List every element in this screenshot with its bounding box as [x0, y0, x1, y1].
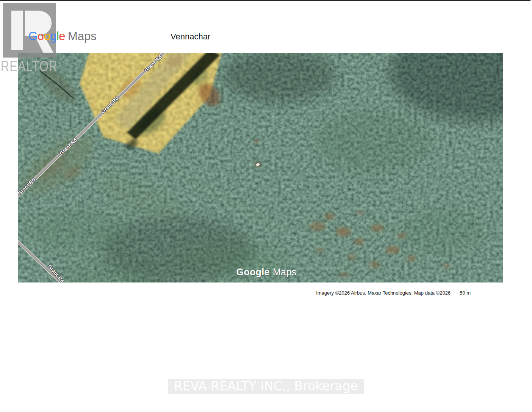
google-logo-letter: e	[59, 30, 65, 43]
scale-label: 50 m	[460, 290, 471, 296]
attribution-text: Imagery ©2026 Airbus, Maxar Technologies…	[316, 290, 451, 296]
divider-top	[18, 52, 514, 52]
registered-mark: ®	[58, 61, 61, 67]
google-maps-map-watermark: GoogleMaps	[236, 267, 296, 278]
google-logo-letter: o	[38, 30, 44, 43]
divider-bottom	[18, 301, 514, 301]
google-logo-letter: G	[28, 30, 38, 43]
small-building	[254, 162, 262, 167]
page-title: Vennachar	[171, 32, 210, 42]
realtor-word: REALTOR	[1, 58, 58, 74]
satellite-map[interactable]: Grant Rd Grant Rd Grant Rd Grant Rd Gran…	[18, 53, 503, 282]
google-maps-logo: GoogleMaps	[28, 30, 97, 43]
google-logo-letter: o	[44, 30, 50, 43]
page: Grant Rd Grant Rd Grant Rd Grant Rd Gran…	[0, 0, 532, 412]
google-watermark-word: Google	[236, 267, 270, 277]
satellite-imagery	[18, 53, 503, 282]
map-attribution: Imagery ©2026 Airbus, Maxar Technologies…	[316, 290, 471, 296]
window-edge	[0, 0, 530, 1]
realtor-watermark-text: REALTOR®	[1, 58, 61, 75]
maps-watermark-word: Maps	[273, 267, 297, 277]
google-logo-letter: g	[50, 30, 56, 43]
brokerage-watermark: REVA REALTY INC., Brokerage	[168, 379, 364, 394]
google-logo-maps-word: Maps	[68, 30, 97, 43]
